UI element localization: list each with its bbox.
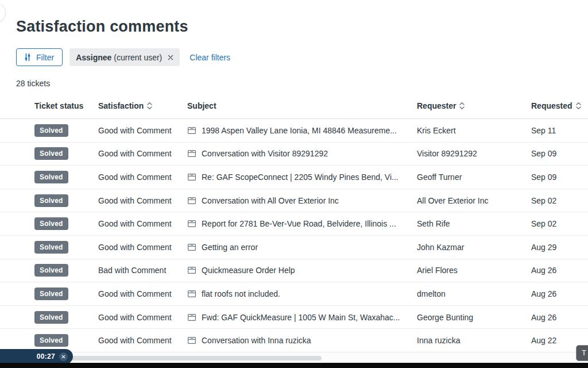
subject-cell[interactable]: Re: GAF ScopeConnect | 2205 Windy Pines … [187, 172, 410, 182]
satisfaction-cell: Good with Comment [98, 289, 184, 298]
clear-filters-link[interactable]: Clear filters [189, 53, 230, 62]
ticket-icon [187, 289, 196, 298]
subject-text[interactable]: Conversation with All Over Exterior Inc [202, 196, 339, 205]
ticket-status-cell: Solved [34, 147, 95, 160]
filter-bar: Filter Assignee (current user) Clear fil… [16, 48, 230, 66]
filter-button[interactable]: Filter [16, 48, 63, 66]
page-title: Satisfaction comments [16, 18, 188, 36]
requester-cell: dmelton [417, 289, 527, 298]
requested-date-cell: Sep 02 [531, 196, 586, 205]
status-badge: Solved [34, 264, 68, 277]
requested-date-cell: Aug 22 [531, 336, 586, 345]
subject-cell[interactable]: Conversation with All Over Exterior Inc [187, 196, 410, 205]
ticket-row[interactable]: SolvedGood with Comment1998 Aspen Valley… [0, 119, 588, 143]
requester-cell: Geoff Turner [417, 172, 527, 182]
satisfaction-cell: Good with Comment [98, 313, 184, 322]
ticket-status-cell: Solved [34, 264, 95, 277]
partial-floating-widget [0, 2, 6, 23]
ticket-status-cell: Solved [34, 124, 95, 137]
satisfaction-cell: Good with Comment [98, 219, 184, 228]
ticket-icon [187, 243, 196, 252]
timer-pill: 00:27 ✕ [0, 349, 73, 364]
column-header-requester[interactable]: Requester [417, 101, 527, 110]
ticket-row[interactable]: SolvedGood with CommentConversation with… [0, 329, 588, 352]
chip-remove-icon[interactable] [168, 55, 173, 60]
column-header-requested[interactable]: Requested [531, 101, 586, 110]
column-header-label: Satisfaction [98, 101, 144, 110]
sort-icon[interactable] [146, 102, 153, 110]
ticket-status-cell: Solved [34, 334, 95, 347]
satisfaction-cell: Bad with Comment [98, 266, 184, 275]
subject-text[interactable]: Quickmeasure Order Help [202, 266, 295, 275]
requested-date-cell: Sep 02 [531, 219, 586, 228]
ticket-row[interactable]: SolvedGood with CommentRe: GAF ScopeConn… [0, 166, 588, 189]
subject-text[interactable]: Getting an error [202, 243, 258, 252]
subject-cell[interactable]: 1998 Aspen Valley Lane Ionia, MI 48846 M… [187, 126, 410, 135]
ticket-row[interactable]: SolvedGood with CommentConversation with… [0, 143, 588, 166]
ticket-row[interactable]: SolvedGood with CommentGetting an errorJ… [0, 236, 588, 259]
subject-cell[interactable]: Conversation with Inna ruzicka [187, 336, 410, 345]
timer-close-icon[interactable]: ✕ [59, 352, 68, 361]
filter-button-label: Filter [36, 53, 54, 62]
ticket-row[interactable]: SolvedGood with CommentFwd: GAF QuickMea… [0, 306, 588, 329]
ticket-row[interactable]: SolvedGood with Commentflat roofs not in… [0, 282, 588, 306]
satisfaction-cell: Good with Comment [98, 172, 184, 182]
subject-text[interactable]: Report for 2781 Be-Ver-Vue Road, Belvide… [202, 219, 396, 228]
requester-cell: George Bunting [417, 313, 527, 322]
subject-text[interactable]: Conversation with Inna ruzicka [202, 336, 311, 345]
ticket-icon [187, 172, 196, 182]
requested-date-cell: Sep 09 [531, 149, 586, 158]
ticket-icon [187, 313, 196, 322]
subject-text[interactable]: Conversation with Visitor 89291292 [202, 149, 328, 158]
requested-date-cell: Sep 11 [531, 126, 586, 135]
subject-cell[interactable]: Quickmeasure Order Help [187, 266, 410, 275]
subject-cell[interactable]: flat roofs not included. [187, 289, 410, 298]
requested-date-cell: Aug 26 [531, 266, 586, 275]
timer-value: 00:27 [37, 352, 55, 361]
table-body: SolvedGood with Comment1998 Aspen Valley… [0, 119, 588, 352]
satisfaction-cell: Good with Comment [98, 336, 184, 345]
bottom-edge-bar [0, 363, 588, 368]
column-header-ticket-status: Ticket status [34, 101, 95, 110]
column-header-label: Subject [187, 101, 216, 110]
subject-text[interactable]: 1998 Aspen Valley Lane Ionia, MI 48846 M… [202, 126, 397, 135]
subject-cell[interactable]: Report for 2781 Be-Ver-Vue Road, Belvide… [187, 219, 410, 228]
subject-cell[interactable]: Conversation with Visitor 89291292 [187, 149, 410, 158]
ticket-icon [187, 196, 196, 205]
subject-text[interactable]: Fwd: GAF QuickMeasure | 1005 W Main St, … [202, 313, 400, 322]
sort-icon[interactable] [575, 102, 582, 110]
ticket-icon [187, 336, 196, 345]
requester-cell: Ariel Flores [417, 266, 527, 275]
ticket-row[interactable]: SolvedGood with CommentReport for 2781 B… [0, 212, 588, 236]
requester-cell: Seth Rife [417, 219, 527, 228]
requester-cell: Inna ruzicka [417, 336, 527, 345]
ticket-icon [187, 126, 196, 135]
horizontal-scrollbar-thumb[interactable] [65, 356, 322, 361]
column-header-subject: Subject [187, 101, 410, 110]
satisfaction-cell: Good with Comment [98, 149, 184, 158]
ticket-row[interactable]: SolvedGood with CommentConversation with… [0, 189, 588, 213]
subject-text[interactable]: Re: GAF ScopeConnect | 2205 Windy Pines … [202, 172, 399, 182]
status-badge: Solved [34, 288, 68, 300]
subject-text[interactable]: flat roofs not included. [202, 289, 280, 298]
chip-qualifier: (current user) [114, 53, 162, 62]
tickets-table: Ticket statusSatisfactionSubjectRequeste… [0, 98, 588, 352]
status-badge: Solved [34, 194, 68, 207]
ticket-icon [187, 219, 196, 228]
requester-cell: All Over Exterior Inc [417, 196, 527, 205]
filter-adjust-icon [24, 53, 32, 62]
subject-cell[interactable]: Getting an error [187, 243, 410, 252]
column-header-label: Requester [417, 101, 456, 110]
requested-date-cell: Aug 26 [531, 289, 586, 298]
ticket-count: 28 tickets [16, 79, 50, 88]
ticket-status-cell: Solved [34, 217, 95, 230]
requester-cell: Visitor 89291292 [417, 149, 527, 158]
filter-chip-assignee[interactable]: Assignee (current user) [69, 48, 180, 66]
sort-icon[interactable] [459, 102, 465, 110]
satisfaction-cell: Good with Comment [98, 243, 184, 252]
ticket-icon [187, 149, 196, 158]
ticket-row[interactable]: SolvedBad with CommentQuickmeasure Order… [0, 259, 588, 283]
subject-cell[interactable]: Fwd: GAF QuickMeasure | 1005 W Main St, … [187, 313, 410, 322]
column-header-satisfaction[interactable]: Satisfaction [98, 101, 184, 110]
chip-field-name: Assignee [76, 53, 111, 62]
